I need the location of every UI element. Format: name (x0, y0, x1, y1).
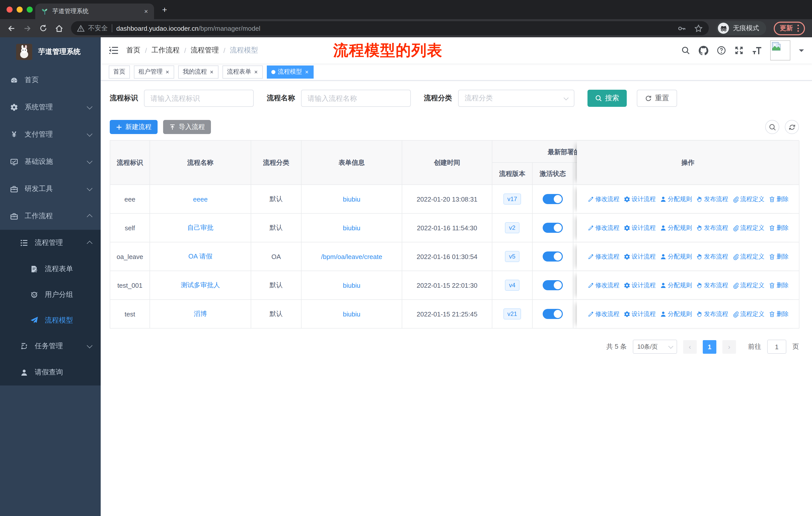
action-分配规则[interactable]: 分配规则 (660, 223, 692, 232)
action-发布流程[interactable]: 发布流程 (696, 252, 728, 261)
form-info-link[interactable]: biubiu (343, 224, 360, 232)
version-badge[interactable]: v2 (505, 222, 519, 233)
action-修改流程[interactable]: 修改流程 (587, 223, 619, 232)
sidebar-item-infra[interactable]: 基础设施 (0, 148, 101, 175)
sidebar-item-leave-query[interactable]: 请假查询 (0, 359, 101, 385)
active-status-toggle[interactable] (543, 280, 563, 290)
action-分配规则[interactable]: 分配规则 (660, 252, 692, 261)
sidebar-item-task-mgmt[interactable]: 任务管理 (0, 333, 101, 359)
active-status-toggle[interactable] (543, 251, 563, 262)
sidebar-logo[interactable]: 芋道管理系统 (0, 39, 101, 64)
github-icon[interactable] (699, 46, 708, 55)
action-流程定义[interactable]: 流程定义 (732, 223, 764, 232)
action-修改流程[interactable]: 修改流程 (587, 310, 619, 318)
breadcrumb-item[interactable]: 工作流程 (151, 46, 180, 55)
address-bar[interactable]: 不安全 dashboard.yudao.iocoder.cn/bpm/manag… (71, 21, 709, 35)
action-设计流程[interactable]: 设计流程 (624, 281, 656, 290)
action-修改流程[interactable]: 修改流程 (587, 195, 619, 203)
tag-流程模型[interactable]: 流程模型× (267, 65, 314, 78)
action-流程定义[interactable]: 流程定义 (732, 281, 764, 290)
tag-流程表单[interactable]: 流程表单× (223, 65, 263, 78)
action-修改流程[interactable]: 修改流程 (587, 281, 619, 290)
action-发布流程[interactable]: 发布流程 (696, 223, 728, 232)
sidebar-collapse-hamburger-icon[interactable] (109, 46, 118, 54)
tag-租户管理[interactable]: 租户管理× (134, 65, 174, 78)
home-icon[interactable] (55, 24, 63, 32)
tag-首页[interactable]: 首页 (109, 65, 130, 78)
next-page-button[interactable]: › (722, 340, 736, 353)
tab-close-icon[interactable]: × (144, 7, 148, 15)
create-process-button[interactable]: 新建流程 (110, 120, 157, 134)
form-info-link[interactable]: biubiu (343, 281, 360, 289)
active-status-toggle[interactable] (543, 194, 563, 204)
tag-close-icon[interactable]: × (209, 69, 214, 75)
version-badge[interactable]: v21 (503, 308, 521, 320)
filter-name-input[interactable] (301, 90, 411, 107)
search-icon[interactable] (681, 46, 690, 55)
reload-icon[interactable] (39, 24, 47, 32)
page-size-select[interactable]: 10条/页 (633, 340, 677, 354)
close-window-button[interactable] (6, 6, 12, 12)
sidebar-item-workflow[interactable]: 工作流程 (0, 202, 101, 230)
action-设计流程[interactable]: 设计流程 (624, 252, 656, 261)
action-分配规则[interactable]: 分配规则 (660, 281, 692, 290)
reset-button[interactable]: 重置 (637, 90, 677, 107)
action-修改流程[interactable]: 修改流程 (587, 252, 619, 261)
minimize-window-button[interactable] (17, 6, 23, 12)
action-流程定义[interactable]: 流程定义 (732, 310, 764, 318)
process-name-link[interactable]: eeee (193, 195, 208, 203)
version-badge[interactable]: v4 (505, 280, 519, 291)
sidebar-item-home[interactable]: 首页 (0, 66, 101, 94)
sidebar-item-process-model[interactable]: 流程模型 (0, 307, 101, 333)
process-name-link[interactable]: 测试多审批人 (181, 281, 220, 290)
sidebar-item-payment[interactable]: ¥支付管理 (0, 121, 101, 148)
search-button[interactable]: 搜索 (587, 90, 627, 107)
sidebar-item-process-form[interactable]: 流程表单 (0, 256, 101, 282)
action-删除[interactable]: 删除 (768, 223, 789, 232)
browser-update-button[interactable]: 更新 (774, 21, 805, 35)
breadcrumb-item[interactable]: 流程管理 (191, 46, 219, 55)
filter-key-input[interactable] (144, 90, 254, 107)
forward-icon[interactable] (23, 24, 32, 32)
tag-close-icon[interactable]: × (165, 69, 170, 75)
action-流程定义[interactable]: 流程定义 (732, 252, 764, 261)
goto-page-input[interactable] (767, 340, 786, 354)
version-badge[interactable]: v5 (505, 251, 519, 262)
action-设计流程[interactable]: 设计流程 (624, 195, 656, 203)
sidebar-item-user-group[interactable]: 用户分组 (0, 282, 101, 307)
show-search-button[interactable] (765, 120, 779, 134)
sidebar-item-devtools[interactable]: 研发工具 (0, 175, 101, 202)
help-icon[interactable] (717, 46, 726, 55)
new-tab-button[interactable]: + (162, 5, 167, 15)
tag-close-icon[interactable]: × (304, 69, 309, 75)
back-icon[interactable] (7, 24, 16, 32)
tag-我的流程[interactable]: 我的流程× (178, 65, 219, 78)
action-设计流程[interactable]: 设计流程 (624, 310, 656, 318)
action-分配规则[interactable]: 分配规则 (660, 310, 692, 318)
form-info-link[interactable]: biubiu (343, 195, 360, 203)
active-status-toggle[interactable] (543, 223, 563, 233)
bookmark-star-icon[interactable] (694, 24, 703, 32)
tag-close-icon[interactable]: × (254, 69, 258, 75)
form-info-link[interactable]: biubiu (343, 310, 360, 318)
action-删除[interactable]: 删除 (768, 281, 789, 290)
process-name-link[interactable]: OA 请假 (188, 252, 212, 261)
process-name-link[interactable]: 自己审批 (187, 223, 213, 232)
filter-category-select[interactable]: 流程分类 (458, 90, 574, 107)
avatar-caret-down-icon[interactable] (799, 49, 804, 54)
zoom-window-button[interactable] (27, 6, 33, 12)
action-发布流程[interactable]: 发布流程 (696, 195, 728, 203)
action-发布流程[interactable]: 发布流程 (696, 310, 728, 318)
action-分配规则[interactable]: 分配规则 (660, 195, 692, 203)
action-流程定义[interactable]: 流程定义 (732, 195, 764, 203)
fullscreen-icon[interactable] (734, 46, 744, 55)
active-status-toggle[interactable] (543, 309, 563, 319)
form-info-link[interactable]: /bpm/oa/leave/create (321, 253, 382, 260)
browser-tab[interactable]: 芋道管理系统 × (35, 3, 154, 19)
sidebar-item-system[interactable]: 系统管理 (0, 94, 101, 121)
prev-page-button[interactable]: ‹ (683, 340, 697, 353)
sidebar-item-process-mgmt[interactable]: 流程管理 (0, 230, 101, 256)
action-删除[interactable]: 删除 (768, 195, 789, 203)
refresh-table-button[interactable] (785, 120, 799, 134)
browser-menu-icon[interactable] (798, 25, 799, 32)
